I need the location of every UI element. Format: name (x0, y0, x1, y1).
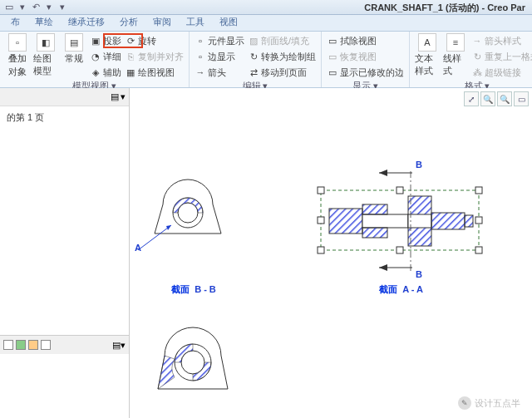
label: 元件显示 (208, 35, 244, 47)
label: 转换为绘制组 (261, 51, 316, 63)
svg-rect-14 (329, 209, 362, 234)
btn-drawing-view[interactable]: ▦绘图视图 (125, 65, 184, 80)
label: 绘图模型 (33, 52, 58, 77)
btn-erase-view[interactable]: ▭拭除视图 (327, 33, 404, 48)
erase-icon: ▭ (327, 35, 338, 47)
btn-aux[interactable]: ◈辅助 (90, 65, 121, 80)
layer-btn2[interactable] (16, 340, 26, 350)
svg-rect-15 (362, 214, 408, 228)
layer-toolbar: ▤▾ (0, 336, 129, 354)
quick-access-toolbar: ▭ ▾ ↶ ▾ ▾ (3, 2, 68, 13)
label-B2: B (416, 269, 422, 279)
label-B1: B (416, 160, 422, 170)
svg-rect-17 (362, 228, 387, 238)
group-format: A文本样式 ≡线样式 →箭头样式 ↻重复上一格式 ⁂超级链接 格式 ▾ (410, 32, 532, 87)
convert-icon: ↻ (248, 51, 259, 62)
tab-inherit[interactable]: 继承迁移 (61, 13, 112, 31)
group-model-view: ▫叠加对象 ◧绘图模型 ▤常规 ▣投影 ◔详细 ◈辅助 ⟳旋转 ⎘复制并对齐 ▦… (0, 32, 190, 87)
tab-review[interactable]: 审阅 (145, 13, 179, 31)
btn-edge-disp[interactable]: ▫边显示 (195, 49, 244, 64)
label: 文本样式 (415, 52, 440, 77)
drawing-canvas[interactable]: ⤢ 🔍 🔍 ▭ (130, 88, 532, 418)
repeat-icon: ↻ (471, 51, 483, 62)
svg-rect-13 (397, 247, 403, 253)
btn-convert[interactable]: ↻转换为绘制组 (248, 49, 316, 64)
drawing-svg (130, 88, 532, 418)
layer-btn1[interactable] (3, 340, 13, 350)
qat-more-icon[interactable]: ▾ (57, 2, 68, 13)
label: 重复上一格式 (485, 51, 532, 63)
app-icon[interactable]: ▭ (3, 2, 15, 13)
label: 绘图视图 (138, 66, 175, 79)
svg-rect-9 (318, 247, 324, 253)
btn-line-style[interactable]: ≡线样式 (443, 33, 468, 77)
tab-sketch[interactable]: 草绘 (27, 13, 61, 31)
btn-arrow[interactable]: →箭头 (195, 65, 244, 80)
btn-arrow-style: →箭头样式 (471, 33, 532, 48)
svg-rect-11 (318, 217, 324, 224)
btn-overlay[interactable]: ▫叠加对象 (5, 33, 30, 78)
hatch-icon: ▨ (248, 35, 259, 47)
tree-panel: ▤ ▾ 的第 1 页 (0, 88, 129, 335)
undo-icon[interactable]: ↶ (30, 2, 42, 13)
comp-icon: ▫ (195, 35, 206, 47)
label: 投影 (103, 35, 121, 47)
btn-restore-view: ▭恢复视图 (327, 49, 404, 64)
label: 边显示 (208, 51, 235, 63)
t1: 截面 (171, 284, 190, 294)
t2: B - B (195, 284, 216, 294)
t1: 截面 (379, 284, 397, 294)
tab-view[interactable]: 视图 (212, 13, 245, 31)
svg-rect-19 (408, 214, 431, 228)
dropdown-icon[interactable]: ▾ (121, 91, 126, 102)
settings-icon[interactable]: ▤ (109, 91, 121, 103)
arrow-style-icon: → (471, 35, 483, 47)
layer-settings-icon[interactable]: ▤▾ (112, 340, 126, 351)
group-edit: ▫元件显示 ▫边显示 →箭头 ▨剖面线/填充 ↻转换为绘制组 ⇄移动到页面 编辑… (190, 32, 322, 87)
btn-rotate[interactable]: ⟳旋转 (125, 33, 184, 48)
layer-panel: ▤▾ (0, 335, 129, 418)
show-edge-icon: ▭ (327, 66, 338, 78)
watermark: ✎ 设计五点半 (458, 396, 520, 410)
svg-rect-8 (475, 187, 482, 194)
page-label: 的第 1 页 (7, 112, 44, 122)
t2: A - A (402, 284, 423, 294)
svg-rect-20 (431, 213, 465, 229)
btn-show-edge[interactable]: ▭显示已修改的边 (327, 65, 404, 80)
btn-text-style[interactable]: A文本样式 (415, 33, 440, 77)
tab-layout[interactable]: 布 (3, 13, 27, 31)
link-icon: ⁂ (471, 66, 483, 78)
btn-drawing-model[interactable]: ◧绘图模型 (33, 33, 58, 77)
arrow-icon: → (195, 66, 206, 78)
projection-icon: ▣ (90, 35, 101, 47)
copy-icon: ⎘ (125, 51, 136, 62)
tab-tools[interactable]: 工具 (179, 13, 212, 31)
btn-move-page[interactable]: ⇄移动到页面 (248, 65, 316, 80)
label: 旋转 (138, 35, 156, 47)
svg-marker-24 (379, 170, 387, 176)
btn-projection[interactable]: ▣投影 (90, 33, 121, 48)
save-icon[interactable]: ▾ (17, 2, 28, 13)
layer-btn3[interactable] (28, 340, 38, 350)
btn-detail[interactable]: ◔详细 (90, 49, 121, 64)
tab-analyze[interactable]: 分析 (112, 13, 145, 31)
svg-marker-4 (166, 225, 171, 230)
ribbon: ▫叠加对象 ◧绘图模型 ▤常规 ▣投影 ◔详细 ◈辅助 ⟳旋转 ⎘复制并对齐 ▦… (0, 32, 532, 88)
label: 复制并对齐 (138, 51, 184, 63)
svg-rect-7 (397, 187, 403, 194)
label: 线样式 (443, 52, 468, 77)
aux-icon: ◈ (90, 66, 101, 78)
btn-general[interactable]: ▤常规 (62, 33, 86, 65)
label: 箭头样式 (485, 35, 521, 47)
btn-comp-disp[interactable]: ▫元件显示 (195, 33, 244, 48)
edge-icon: ▫ (195, 51, 206, 62)
group-display: ▭拭除视图 ▭恢复视图 ▭显示已修改的边 显示 ▾ (322, 32, 410, 87)
label: 恢复视图 (340, 51, 377, 63)
ribbon-tabbar: 布 草绘 继承迁移 分析 审阅 工具 视图 (0, 15, 532, 32)
svg-rect-21 (465, 215, 473, 227)
window-title: CRANK_SHAFT_1 (活动的) - Creo Par (364, 2, 525, 14)
layer-btn4[interactable] (41, 340, 51, 350)
label: 剖面线/填充 (261, 35, 309, 47)
side-panel: ▤ ▾ 的第 1 页 ▤▾ (0, 88, 130, 418)
redo-icon[interactable]: ▾ (43, 2, 55, 13)
